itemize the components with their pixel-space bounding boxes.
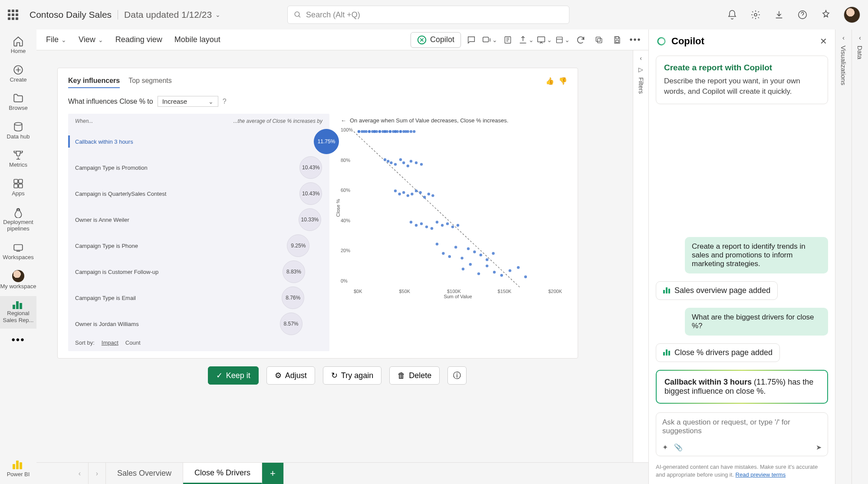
toolbar-copilot-button[interactable]: Copilot: [411, 32, 461, 48]
workspace-avatar-icon: [12, 270, 24, 282]
comments-icon[interactable]: [464, 32, 479, 48]
data-updated[interactable]: Data updated 1/12/23 ⌄: [124, 10, 220, 20]
preview-terms-link[interactable]: Read preview terms: [736, 471, 786, 478]
nav-metrics[interactable]: Metrics: [0, 146, 36, 174]
svg-point-86: [460, 257, 463, 259]
keep-it-button[interactable]: ✓Keep it: [208, 366, 259, 385]
nav-my-workspace[interactable]: My workspace: [0, 267, 36, 295]
scatter-plot: 100%80%60%40%20%0% Close % $0K$50K$100K$…: [354, 127, 562, 292]
influencer-row[interactable]: Owner is Anne Weiler10.33%: [75, 207, 322, 233]
copilot-input-box[interactable]: ✦ 📎 ➤: [656, 412, 828, 456]
page-tab-sales-overview[interactable]: Sales Overview: [106, 463, 183, 484]
influencer-row[interactable]: Campaign Type is Email8.76%: [75, 285, 322, 311]
tab-top-segments[interactable]: Top segments: [128, 77, 172, 88]
filter-icon: ▷: [638, 66, 643, 73]
nav-more-icon[interactable]: •••: [11, 334, 25, 346]
bar-chart-icon: [13, 300, 24, 309]
svg-point-83: [442, 252, 444, 255]
help-question-icon[interactable]: ?: [223, 98, 227, 105]
influence-direction-select[interactable]: Increase⌄: [158, 96, 218, 107]
attachment-icon[interactable]: 📎: [674, 443, 683, 451]
try-again-button[interactable]: ↻Try again: [323, 366, 381, 385]
svg-rect-19: [616, 36, 619, 39]
nav-data-hub[interactable]: Data hub: [0, 118, 36, 145]
settings-gear-icon[interactable]: [750, 9, 761, 20]
top-right-icons: [727, 7, 860, 23]
layout-icon[interactable]: ⌄: [555, 32, 570, 48]
visualizations-pane-collapsed[interactable]: ‹ Visualizations: [835, 30, 852, 484]
sort-count[interactable]: Count: [125, 339, 141, 346]
download-icon[interactable]: [773, 9, 785, 20]
feedback-icon[interactable]: [820, 9, 832, 20]
nav-create[interactable]: Create: [0, 61, 36, 89]
key-influencers-visual[interactable]: Key influencers Top segments 👍 👎 What in…: [57, 68, 578, 359]
influencer-row[interactable]: Campaign is Customer Follow-up8.83%: [75, 259, 322, 285]
influencer-label: Campaign is QuarterlySales Contest: [75, 191, 188, 197]
influencer-row[interactable]: Owner is Jordan Williams8.57%: [75, 311, 322, 337]
nav-powerbi[interactable]: Power BI: [7, 452, 30, 484]
svg-rect-9: [19, 184, 23, 188]
sort-controls: Sort by: Impact Count: [75, 339, 322, 346]
thumbs-up-icon[interactable]: 👍: [546, 77, 554, 85]
influencer-row[interactable]: Campaign Type is Promotion10.43%: [75, 155, 322, 181]
send-icon[interactable]: ➤: [816, 443, 822, 451]
delete-button[interactable]: 🗑Delete: [389, 366, 440, 385]
sparkle-icon[interactable]: ✦: [662, 443, 668, 451]
nav-browse[interactable]: Browse: [0, 89, 36, 117]
user-avatar[interactable]: [844, 7, 860, 23]
back-arrow-icon[interactable]: ←: [341, 117, 346, 124]
sort-impact[interactable]: Impact: [102, 339, 118, 346]
toolbar-mobile-layout[interactable]: Mobile layout: [170, 33, 225, 47]
toolbar-view[interactable]: View ⌄: [74, 33, 108, 47]
notifications-icon[interactable]: [727, 9, 738, 20]
add-page-button[interactable]: +: [262, 463, 284, 484]
refresh-icon[interactable]: [573, 32, 589, 48]
system-message-1: Sales overview page added: [656, 281, 778, 300]
more-icon[interactable]: •••: [628, 32, 643, 48]
copilot-icon: [417, 35, 427, 45]
svg-point-101: [658, 38, 665, 45]
svg-point-2: [754, 13, 757, 16]
copy-icon[interactable]: [591, 32, 607, 48]
influencer-row[interactable]: Callback within 3 hours11.75%: [75, 128, 322, 155]
bookmark-icon[interactable]: [500, 32, 516, 48]
influencer-bubble: 8.83%: [283, 260, 305, 283]
tab-key-influencers[interactable]: Key influencers: [68, 77, 120, 88]
page-tab-close-drivers[interactable]: Close % Drivers: [183, 463, 262, 484]
app-launcher-icon[interactable]: [8, 10, 18, 20]
help-icon[interactable]: [797, 9, 808, 20]
info-button[interactable]: ⓘ: [447, 366, 467, 385]
svg-rect-18: [596, 37, 600, 41]
copilot-textarea[interactable]: [662, 418, 822, 439]
thumbs-down-icon[interactable]: 👎: [559, 77, 567, 85]
filters-pane-collapsed[interactable]: ‹ ▷ Filters: [633, 50, 648, 462]
adjust-button[interactable]: ⚙Adjust: [266, 366, 315, 385]
trash-icon: 🗑: [398, 371, 405, 380]
nav-apps[interactable]: Apps: [0, 175, 36, 202]
svg-point-5: [14, 122, 22, 125]
chat-teams-icon[interactable]: ⌄: [482, 32, 497, 48]
page-prev-icon[interactable]: ‹: [71, 463, 89, 484]
influencer-row[interactable]: Campaign Type is Phone9.25%: [75, 233, 322, 259]
nav-deployment-pipelines[interactable]: Deployment pipelines: [0, 203, 36, 237]
data-pane-collapsed[interactable]: ‹ Data: [852, 30, 868, 484]
page-next-icon[interactable]: ›: [89, 463, 106, 484]
present-icon[interactable]: ⌄: [536, 32, 552, 48]
export-icon[interactable]: ⌄: [518, 32, 534, 48]
right-collapsed-panes: ‹ Visualizations ‹ Data: [835, 30, 868, 484]
svg-point-51: [413, 130, 415, 133]
toolbar-reading-view[interactable]: Reading view: [111, 33, 167, 47]
nav-workspaces[interactable]: Workspaces: [0, 238, 36, 266]
svg-point-71: [431, 194, 434, 197]
save-icon[interactable]: [609, 32, 625, 48]
close-icon[interactable]: ✕: [820, 36, 827, 46]
info-icon: ⓘ: [453, 370, 461, 381]
title-divider: [118, 10, 118, 20]
nav-home[interactable]: Home: [0, 32, 36, 60]
svg-point-73: [415, 224, 418, 227]
search-input[interactable]: Search (Alt +Q): [287, 6, 569, 24]
svg-point-10: [17, 209, 19, 211]
nav-regional-sales-report[interactable]: Regional Sales Rep...: [0, 296, 36, 329]
influencer-row[interactable]: Campaign is QuarterlySales Contest10.43%: [75, 181, 322, 207]
toolbar-file[interactable]: File ⌄: [42, 33, 71, 47]
